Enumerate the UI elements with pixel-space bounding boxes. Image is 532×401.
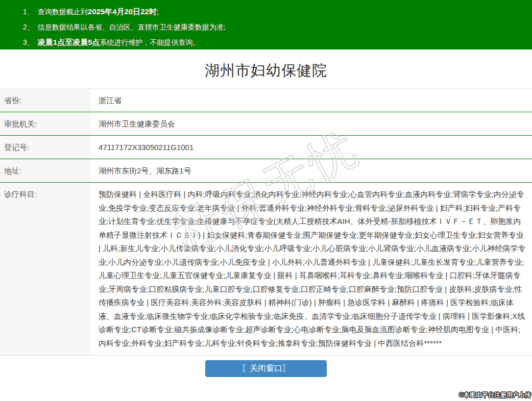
close-window-button[interactable]: 〖关闭窗口〗 [205,360,327,377]
notice-number: 3、 [23,38,34,46]
notice-text: 查询数据截止到 [38,8,88,16]
notice-bar: 1、查询数据截止到2025年4月20日22时; 2、信息数据结果以各省、自治区、… [0,0,532,49]
row-label: 省份: [0,89,91,112]
page: 1、查询数据截止到2025年4月20日22时; 2、信息数据结果以各省、自治区、… [0,0,532,401]
row-label: 登记号: [0,136,91,159]
notice-text: 系统进行维护，不能提供查询。 [100,38,200,46]
row-label: 地址: [0,159,91,182]
row-value: 47117172X33050211G1001 [91,136,532,159]
upload-credit: ©本图由平台注册用户上传 [459,391,531,399]
row-value: 湖州市卫生健康委员会 [91,112,532,135]
notice-text: 信息数据结果以各省、自治区、直辖市卫生健康委数据为准; [38,23,226,31]
notice-bold-text: 2025年4月20日22时 [88,7,157,16]
notice-line-3: 3、凌晨1点至凌晨5点系统进行维护，不能提供查询。 [23,35,532,50]
table-row-approval-authority: 审批机关: 湖州市卫生健康委员会 [0,112,532,136]
info-table: 省份: 浙江省 审批机关: 湖州市卫生健康委员会 登记号: 47117172X3… [0,88,532,356]
row-label: 审批机关: [0,112,91,135]
row-value: 湖州市东街2号、湖东路1号 [91,159,532,182]
table-row-registration-number: 登记号: 47117172X33050211G1001 [0,136,532,159]
notice-bold-text: 凌晨1点至凌晨5点 [38,38,100,46]
notice-text: ; [157,8,159,16]
notice-number: 1、 [23,8,34,16]
row-value: 预防保健科 | 全科医疗科 | 内科;呼吸内科专业;消化内科专业;神经内科专业;… [91,183,532,355]
table-row-medical-subjects: 诊疗科目: 预防保健科 | 全科医疗科 | 内科;呼吸内科专业;消化内科专业;神… [0,183,532,355]
row-value: 浙江省 [91,89,532,112]
row-label: 诊疗科目: [0,183,91,355]
table-row-province: 省份: 浙江省 [0,89,532,112]
page-title: 湖州市妇幼保健院 [0,49,532,88]
button-area: 〖关闭窗口〗 [0,356,532,377]
notice-line-1: 1、查询数据截止到2025年4月20日22时; [23,4,532,19]
notice-number: 2、 [23,23,34,31]
notice-line-2: 2、信息数据结果以各省、自治区、直辖市卫生健康委数据为准; [23,19,532,35]
table-row-address: 地址: 湖州市东街2号、湖东路1号 [0,159,532,183]
